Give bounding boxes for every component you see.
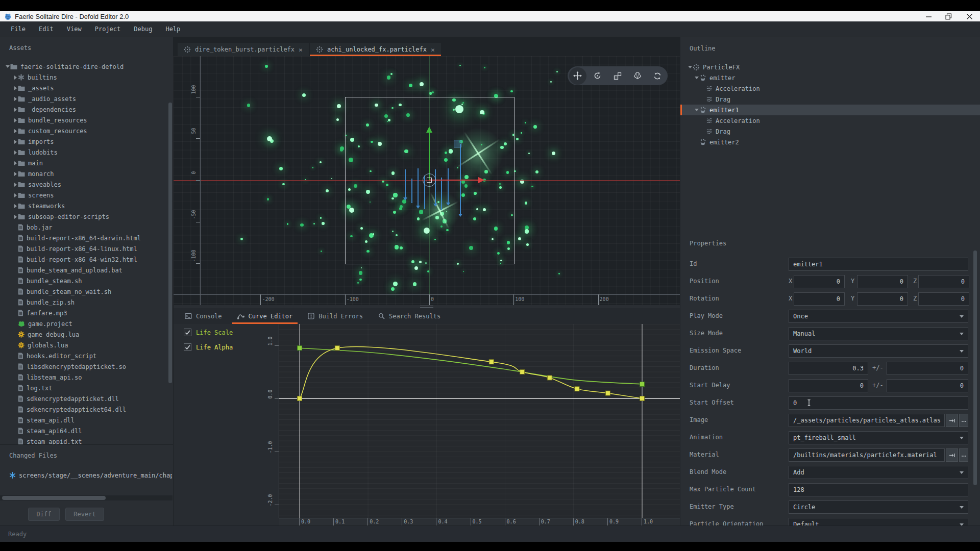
asset-tree-item[interactable]: hooks.editor_script bbox=[13, 350, 96, 361]
close-icon[interactable] bbox=[966, 13, 973, 20]
revert-button[interactable]: Revert bbox=[65, 508, 104, 521]
asset-tree-item[interactable]: subsoap-editor-scripts bbox=[13, 211, 109, 222]
asset-tree-item[interactable]: steam_api64.dll bbox=[13, 425, 82, 436]
asset-tree-item[interactable]: monarch bbox=[13, 168, 54, 179]
asset-tree-item[interactable]: builtins bbox=[13, 72, 57, 83]
chevron-down-icon[interactable] bbox=[960, 437, 964, 439]
curve-key-point[interactable] bbox=[489, 360, 494, 364]
asset-tree-item[interactable]: bundle_zip.sh bbox=[13, 297, 75, 308]
chevron-down-icon[interactable] bbox=[960, 471, 964, 474]
curve-key-point[interactable] bbox=[640, 382, 645, 386]
menu-debug[interactable]: Debug bbox=[127, 26, 159, 33]
asset-tree-item[interactable]: globals.lua bbox=[13, 340, 68, 350]
assets-vertical-scrollbar[interactable] bbox=[168, 103, 172, 383]
asset-tree-item[interactable]: ludobits bbox=[13, 147, 58, 158]
asset-tree-item[interactable]: main bbox=[13, 158, 43, 168]
image-open-resource-button[interactable] bbox=[946, 414, 958, 427]
asset-tree-item[interactable]: steamworks bbox=[13, 201, 65, 211]
image-browse-button[interactable] bbox=[959, 414, 968, 427]
camera-tool-button[interactable] bbox=[629, 67, 646, 85]
rotation-z-field[interactable]: 0 bbox=[918, 292, 969, 306]
asset-tree-item[interactable]: bundle_steam.sh bbox=[13, 276, 82, 286]
size-mode-dropdown[interactable]: Manual bbox=[789, 327, 968, 340]
material-browse-button[interactable] bbox=[959, 448, 968, 462]
menu-file[interactable]: File bbox=[4, 26, 32, 33]
animation-dropdown[interactable]: pt_fireball_small bbox=[789, 431, 968, 444]
tab-close-icon[interactable]: × bbox=[431, 46, 435, 54]
curve-toggle-life-scale[interactable]: Life Scale bbox=[184, 327, 233, 338]
expand-arrow-icon[interactable] bbox=[13, 193, 18, 197]
expand-arrow-icon[interactable] bbox=[13, 108, 18, 112]
asset-tree-item[interactable]: bundle_resources bbox=[13, 115, 87, 126]
duration-field[interactable]: 0.3 bbox=[789, 362, 868, 375]
asset-tree-item[interactable]: libsteam_api.so bbox=[13, 372, 82, 383]
properties-vertical-scrollbar[interactable] bbox=[973, 251, 977, 485]
emission-space-dropdown[interactable]: World bbox=[789, 344, 968, 358]
selection-handle[interactable] bbox=[454, 140, 461, 147]
expand-arrow-icon[interactable] bbox=[13, 129, 18, 133]
menu-help[interactable]: Help bbox=[159, 26, 187, 33]
menu-view[interactable]: View bbox=[60, 26, 88, 33]
menu-edit[interactable]: Edit bbox=[32, 26, 60, 33]
asset-tree-item[interactable]: screens bbox=[13, 190, 54, 201]
changed-files-hscrollbar-thumb[interactable] bbox=[2, 496, 106, 500]
curve-key-point[interactable] bbox=[335, 346, 339, 350]
expand-arrow-icon[interactable] bbox=[13, 161, 18, 165]
chevron-down-icon[interactable] bbox=[960, 350, 964, 353]
expand-arrow-icon[interactable] bbox=[13, 118, 18, 122]
asset-tree-item[interactable]: saveables bbox=[13, 179, 61, 190]
move-tool-button[interactable] bbox=[569, 67, 586, 85]
asset-tree-item[interactable]: _dependencies bbox=[13, 104, 76, 115]
restore-icon[interactable] bbox=[945, 13, 952, 20]
diff-button[interactable]: Diff bbox=[28, 508, 60, 521]
asset-tree-item[interactable]: steam_api.dll bbox=[13, 415, 75, 425]
gizmo-y-axis[interactable] bbox=[429, 133, 430, 180]
asset-tree-item[interactable]: fanfare.mp3 bbox=[13, 308, 67, 318]
asset-tree-item[interactable]: build-report-x86_64-linux.html bbox=[13, 243, 137, 254]
checkbox[interactable] bbox=[184, 329, 191, 336]
start-offset-field[interactable]: 0 bbox=[789, 396, 968, 410]
chevron-down-icon[interactable] bbox=[960, 506, 964, 509]
curve-key-point[interactable] bbox=[298, 396, 302, 401]
rotate-tool-button[interactable] bbox=[589, 67, 606, 85]
chevron-down-icon[interactable] bbox=[960, 333, 964, 335]
asset-tree-item[interactable]: steam_appid.txt bbox=[13, 436, 82, 444]
curve-key-point[interactable] bbox=[298, 346, 302, 350]
expand-arrow-icon[interactable] bbox=[13, 76, 18, 80]
blend-mode-dropdown[interactable]: Add bbox=[789, 466, 968, 479]
asset-tree-item[interactable]: log.txt bbox=[13, 383, 53, 393]
material-field[interactable]: /builtins/materials/particlefx.material bbox=[789, 448, 945, 462]
start-delay-field[interactable]: 0 bbox=[789, 379, 868, 392]
refresh-tool-button[interactable] bbox=[649, 67, 666, 85]
checkbox[interactable] bbox=[184, 343, 191, 351]
material-open-resource-button[interactable] bbox=[946, 448, 958, 462]
gizmo-y-arrow-icon[interactable] bbox=[426, 127, 432, 133]
rotation-x-field[interactable]: 0 bbox=[794, 292, 845, 306]
asset-tree-item[interactable]: _audio_assets bbox=[13, 93, 76, 104]
expand-arrow-icon[interactable] bbox=[13, 183, 18, 187]
asset-tree-item[interactable]: bob.jar bbox=[13, 222, 53, 233]
changed-file-item[interactable]: screens/stage/__scenes/adventure_main/ch… bbox=[9, 470, 172, 481]
editor-tab-achi_unlocked_fx-particlefx[interactable]: achi_unlocked_fx.particlefx× bbox=[310, 43, 441, 56]
curve-key-point[interactable] bbox=[575, 387, 579, 391]
collapse-arrow-icon[interactable] bbox=[5, 65, 10, 68]
expand-arrow-icon[interactable] bbox=[13, 151, 18, 155]
curve-toggle-life-alpha[interactable]: Life Alpha bbox=[184, 342, 233, 353]
splitter-grip[interactable] bbox=[420, 307, 433, 308]
start-delay-spread-field[interactable]: 0 bbox=[887, 379, 968, 392]
splitter-grip[interactable] bbox=[420, 306, 433, 306]
position-z-field[interactable]: 0 bbox=[918, 275, 969, 288]
curve-key-point[interactable] bbox=[547, 375, 552, 380]
expand-arrow-icon[interactable] bbox=[13, 97, 18, 101]
max-particle-count-field[interactable]: 128 bbox=[789, 483, 968, 496]
curve-plot[interactable] bbox=[279, 324, 680, 518]
asset-tree-item[interactable]: build-report-x86_64-win32.html bbox=[13, 254, 137, 265]
id-field[interactable]: emitter1 bbox=[789, 258, 968, 271]
asset-tree-item[interactable]: game.project bbox=[13, 318, 72, 329]
asset-tree-item[interactable]: sdkencryptedappticket.dll bbox=[13, 393, 119, 404]
expand-arrow-icon[interactable] bbox=[13, 215, 18, 219]
expand-arrow-icon[interactable] bbox=[13, 140, 18, 144]
minimize-icon[interactable] bbox=[925, 13, 932, 20]
duration-spread-field[interactable]: 0 bbox=[887, 362, 968, 375]
asset-tree-item[interactable]: game_debug.lua bbox=[13, 329, 79, 340]
